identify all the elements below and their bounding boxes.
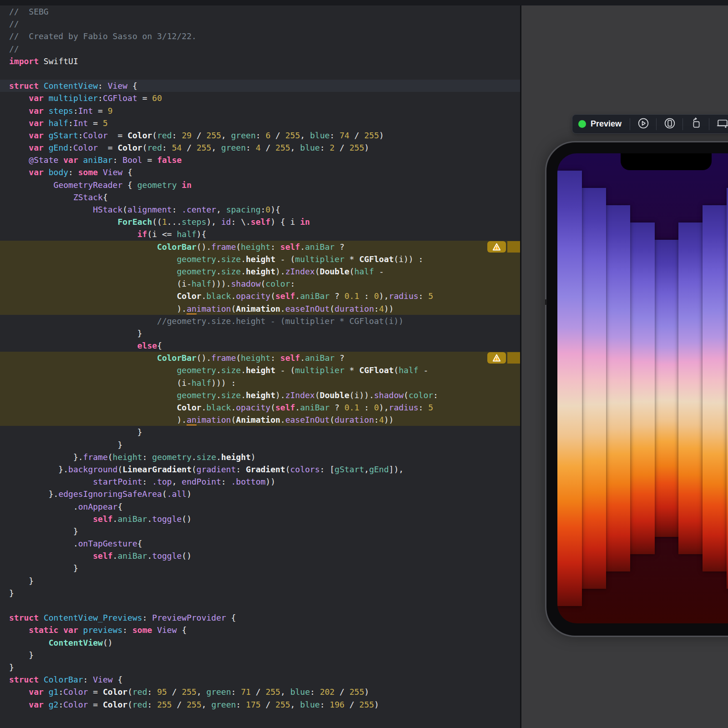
code-line[interactable]: else{ [0,339,520,352]
code-line[interactable]: ).animation(Animation.easeInOut(duration… [0,414,520,426]
iphone-screen[interactable] [557,153,728,623]
code-line[interactable]: @State var aniBar: Bool = false [0,154,520,166]
code-line[interactable]: struct ContentView_Previews: PreviewProv… [0,612,520,624]
code-line[interactable] [0,67,520,80]
warning-gutter-strip [507,241,520,253]
xcode-window: { "window": {"top_strip_color": "#191A1E… [0,0,728,728]
code-line[interactable]: var gStart:Color = Color(red: 29 / 255, … [0,129,520,142]
code-line[interactable]: ZStack{ [0,191,520,203]
warning-badge[interactable] [487,352,520,364]
code-line[interactable]: geometry.size.height - (multiplier * CGF… [0,364,520,376]
antenna-line [545,299,547,305]
code-line[interactable]: } [0,661,520,673]
color-bar [654,240,679,537]
code-line[interactable]: geometry.size.height).zIndex(Double(i)).… [0,389,520,401]
code-line[interactable]: var body: some View { [0,166,520,178]
code-line[interactable]: HStack(alignment: .center, spacing:0){ [0,203,520,216]
code-line[interactable]: } [0,649,520,661]
code-line[interactable]: } [0,575,520,587]
color-bar [557,171,582,606]
code-line[interactable]: // [0,43,520,55]
code-line[interactable]: var half:Int = 5 [0,117,520,129]
notch [621,153,712,170]
rotate-device-button[interactable] [683,115,709,133]
code-line[interactable]: GeometryReader { geometry in [0,179,520,191]
iphone-device-frame [545,141,728,637]
preview-toolbar: Preview [572,114,728,134]
code-area: // SEBG//// Created by Fabio Sasso on 3/… [0,5,520,711]
code-line[interactable]: ).animation(Animation.easeInOut(duration… [0,303,520,315]
color-bar [581,188,606,589]
code-line[interactable]: geometry.size.height - (multiplier * CGF… [0,253,520,265]
warning-triangle-icon[interactable] [487,241,506,253]
code-line[interactable]: }.frame(height: geometry.size.height) [0,451,520,463]
warning-triangle-icon[interactable] [487,352,506,364]
code-line[interactable]: self.aniBar.toggle() [0,550,520,562]
code-line[interactable]: import SwiftUI [0,55,520,67]
code-line[interactable]: } [0,562,520,574]
code-line[interactable]: var gEnd:Color = Color(red: 54 / 255, gr… [0,142,520,154]
code-line[interactable]: struct ContentView: View { [0,80,520,92]
preview-status-label: Preview [591,119,622,129]
rotate-square-icon [690,117,702,131]
code-line[interactable]: } [0,327,520,339]
code-line[interactable]: } [0,439,520,451]
code-line[interactable]: ColorBar().frame(height: self.aniBar ? [0,241,520,253]
display-icon [717,117,728,131]
code-line[interactable]: var multiplier:CGFloat = 60 [0,92,520,104]
code-line[interactable]: self.aniBar.toggle() [0,513,520,525]
code-line[interactable]: // SEBG [0,5,520,18]
code-line[interactable]: (i-half))) : [0,377,520,389]
code-line[interactable]: // Created by Fabio Sasso on 3/12/22. [0,30,520,42]
code-line[interactable]: if(i <= half){ [0,228,520,240]
code-line[interactable] [0,599,520,612]
source-editor[interactable]: // SEBG//// Created by Fabio Sasso on 3/… [0,5,520,728]
warning-badge[interactable] [487,241,520,253]
live-preview-button[interactable] [630,115,656,133]
color-bar [703,205,727,571]
preview-display-button[interactable] [709,115,728,133]
code-line[interactable]: }.background(LinearGradient(gradient: Gr… [0,463,520,475]
warning-gutter-strip [507,352,520,364]
color-bar [678,222,703,554]
code-line[interactable]: Color.black.opacity(self.aniBar ? 0.1 : … [0,290,520,302]
code-line[interactable]: Color.black.opacity(self.aniBar ? 0.1 : … [0,401,520,414]
code-line[interactable]: startPoint: .top, endPoint: .bottom)) [0,475,520,488]
code-line[interactable]: } [0,426,520,438]
play-circle-icon [637,117,649,131]
code-line[interactable]: .onAppear{ [0,500,520,513]
code-line[interactable]: // [0,18,520,30]
code-line[interactable]: var steps:Int = 9 [0,105,520,117]
preview-status: Preview [572,119,630,129]
preview-ready-dot-icon [578,120,586,128]
code-line[interactable]: ColorBar().frame(height: self.aniBar ? [0,352,520,364]
code-line[interactable]: ForEach((1...steps), id: \.self) { i in [0,216,520,228]
code-line[interactable]: var g2:Color = Color(red: 255 / 255, gre… [0,698,520,711]
preview-canvas[interactable]: Preview [521,5,728,728]
code-line[interactable]: static var previews: some View { [0,624,520,636]
code-line[interactable]: .onTapGesture{ [0,537,520,550]
code-line[interactable]: } [0,587,520,599]
preview-on-device-button[interactable] [657,115,682,133]
color-bar [630,222,655,554]
code-line[interactable]: (i-half))).shadow(color: [0,278,520,290]
code-line[interactable]: } [0,525,520,537]
tab-bar-strip [0,0,728,5]
code-line[interactable]: var g1:Color = Color(red: 95 / 255, gree… [0,686,520,698]
code-line[interactable]: //geometry.size.height - (multiplier * C… [0,315,520,327]
code-line[interactable]: geometry.size.height).zIndex(Double(half… [0,265,520,278]
color-bar [606,205,630,571]
code-line[interactable]: }.edgesIgnoringSafeArea(.all) [0,488,520,500]
device-circle-icon [664,117,676,131]
code-line[interactable]: struct ColorBar: View { [0,673,520,686]
code-line[interactable]: ContentView() [0,637,520,649]
